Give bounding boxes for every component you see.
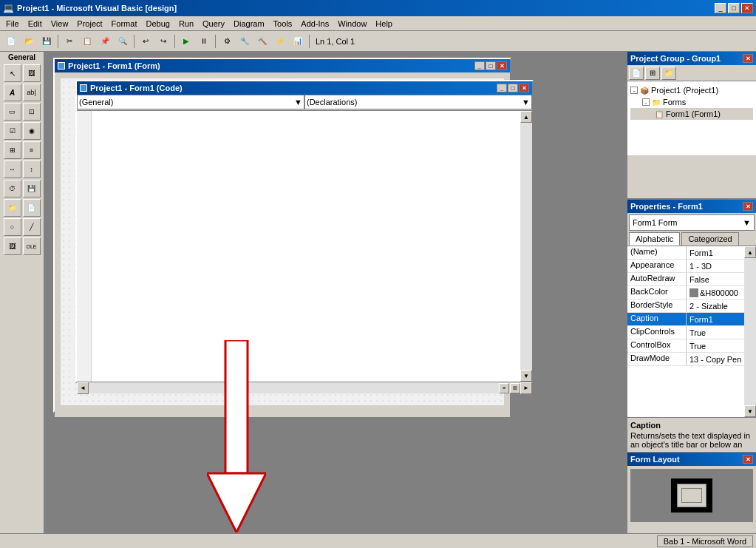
toolbar-tools3[interactable]: 🔨 bbox=[254, 33, 270, 50]
tool-line[interactable]: ╱ bbox=[23, 218, 41, 236]
tool-radio[interactable]: ◉ bbox=[23, 122, 41, 140]
tool-shape[interactable]: ○ bbox=[4, 218, 21, 236]
project-expand[interactable]: - bbox=[630, 87, 638, 94]
toggle-folders-btn[interactable]: 📁 bbox=[661, 67, 676, 80]
scroll-left-btn[interactable]: ◄ bbox=[77, 382, 89, 394]
tree-form1[interactable]: 📋 Form1 (Form1) bbox=[630, 108, 753, 120]
menu-window[interactable]: Window bbox=[333, 18, 371, 30]
tool-timer[interactable]: ⏱ bbox=[4, 180, 21, 197]
tool-ole[interactable]: OLE bbox=[23, 237, 41, 255]
prop-row-autoredraw[interactable]: AutoRedraw False bbox=[627, 273, 744, 286]
code-window-maximize[interactable]: □ bbox=[508, 84, 518, 92]
toolbar-cut[interactable]: ✂ bbox=[61, 33, 78, 50]
code-text[interactable] bbox=[92, 111, 520, 382]
project-group-close[interactable]: ✕ bbox=[743, 54, 753, 63]
view-object-btn[interactable]: ⊞ bbox=[645, 67, 660, 80]
close-button[interactable]: ✕ bbox=[741, 3, 753, 13]
prop-row-drawmode[interactable]: DrawMode 13 - Copy Pen bbox=[627, 353, 744, 366]
form-window-title-text: Project1 - Form1 (Form) bbox=[58, 61, 160, 70]
menu-format[interactable]: Format bbox=[107, 18, 142, 30]
tree-project[interactable]: - 📦 Project1 (Project1) bbox=[630, 84, 753, 96]
prop-value-clipcontrols: True bbox=[687, 326, 744, 339]
form-window-close[interactable]: ✕ bbox=[497, 61, 507, 70]
full-view-btn[interactable]: ⊞ bbox=[510, 383, 520, 393]
toolbar-open[interactable]: 📂 bbox=[21, 33, 37, 50]
scroll-right-btn[interactable]: ► bbox=[520, 382, 532, 394]
tool-combo[interactable]: ⊞ bbox=[4, 141, 21, 159]
tool-frame[interactable]: ▭ bbox=[4, 103, 21, 121]
menu-addins[interactable]: Add-Ins bbox=[296, 18, 333, 30]
menu-diagram[interactable]: Diagram bbox=[229, 18, 269, 30]
tool-filelist[interactable]: 📄 bbox=[23, 199, 41, 217]
toolbar-run[interactable]: ▶ bbox=[178, 33, 194, 50]
menu-help[interactable]: Help bbox=[371, 18, 397, 30]
props-scroll-up[interactable]: ▲ bbox=[744, 246, 756, 258]
prop-row-name[interactable]: (Name) Form1 bbox=[627, 246, 744, 260]
props-scroll-down[interactable]: ▼ bbox=[744, 405, 756, 417]
toolbar-tools1[interactable]: ⚙ bbox=[219, 33, 235, 50]
code-proc-dropdown[interactable]: (Declarations) ▼ bbox=[304, 95, 532, 109]
props-scrollbar[interactable]: ▲ ▼ bbox=[744, 246, 756, 417]
menu-edit[interactable]: Edit bbox=[24, 18, 47, 30]
properties-object-bar[interactable]: Form1 Form ▼ bbox=[629, 214, 755, 231]
tool-label[interactable]: A bbox=[4, 84, 21, 101]
menu-file[interactable]: File bbox=[1, 18, 24, 30]
toolbar-tools2[interactable]: 🔧 bbox=[236, 33, 253, 50]
toolbar-paste[interactable]: 📌 bbox=[97, 33, 113, 50]
tool-image[interactable]: 🖼 bbox=[4, 237, 21, 255]
prop-row-controlbox[interactable]: ControlBox True bbox=[627, 339, 744, 353]
form-window-minimize[interactable]: _ bbox=[474, 61, 485, 70]
hscroll-track[interactable] bbox=[89, 382, 499, 393]
code-object-dropdown[interactable]: (General) ▼ bbox=[77, 95, 304, 109]
toolbar-pause[interactable]: ⏸ bbox=[196, 33, 212, 50]
tool-vscroll[interactable]: ↕ bbox=[23, 160, 41, 178]
view-code-btn[interactable]: 📄 bbox=[629, 67, 644, 80]
minimize-button[interactable]: _ bbox=[715, 3, 726, 13]
code-window-close[interactable]: ✕ bbox=[519, 84, 529, 92]
tool-dirlist[interactable]: 📁 bbox=[4, 199, 21, 217]
menu-tools[interactable]: Tools bbox=[269, 18, 297, 30]
tool-command[interactable]: ⊡ bbox=[23, 103, 41, 121]
prop-row-clipcontrols[interactable]: ClipControls True bbox=[627, 326, 744, 339]
toolbar-tools4[interactable]: ⚡ bbox=[272, 33, 288, 50]
tool-picture[interactable]: 🖼 bbox=[23, 64, 41, 82]
prop-row-caption[interactable]: Caption Form1 bbox=[627, 313, 744, 326]
scroll-track[interactable] bbox=[520, 123, 532, 370]
maximize-button[interactable]: □ bbox=[728, 3, 740, 13]
forms-expand[interactable]: - bbox=[642, 98, 650, 106]
prop-row-borderstyle[interactable]: BorderStyle 2 - Sizable bbox=[627, 300, 744, 313]
scroll-down-btn[interactable]: ▼ bbox=[520, 370, 532, 382]
tool-checkbox[interactable]: ☑ bbox=[4, 122, 21, 140]
menu-debug[interactable]: Debug bbox=[141, 18, 174, 30]
proc-view-btn[interactable]: ≡ bbox=[499, 383, 509, 393]
tool-pointer[interactable]: ↖ bbox=[4, 64, 21, 82]
toolbar-tools5[interactable]: 📊 bbox=[290, 33, 306, 50]
menu-query[interactable]: Query bbox=[198, 18, 229, 30]
tool-drive[interactable]: 💾 bbox=[23, 180, 41, 197]
toolbar-undo[interactable]: ↩ bbox=[137, 33, 154, 50]
toolbar-find[interactable]: 🔍 bbox=[115, 33, 131, 50]
tree-forms[interactable]: - 📁 Forms bbox=[630, 96, 753, 108]
taskbar-word[interactable]: Bab 1 - Microsoft Word bbox=[657, 535, 753, 547]
toolbar-redo[interactable]: ↪ bbox=[155, 33, 171, 50]
form-window-maximize[interactable]: □ bbox=[486, 61, 496, 70]
prop-name-drawmode: DrawMode bbox=[627, 353, 687, 365]
prop-row-backcolor[interactable]: BackColor &H800000 bbox=[627, 286, 744, 300]
tab-categorized[interactable]: Categorized bbox=[681, 232, 738, 246]
menu-run[interactable]: Run bbox=[174, 18, 198, 30]
tab-alphabetic[interactable]: Alphabetic bbox=[629, 232, 680, 246]
prop-row-appearance[interactable]: Appearance 1 - 3D bbox=[627, 260, 744, 273]
tool-hscroll[interactable]: ↔ bbox=[4, 160, 21, 178]
scroll-up-btn[interactable]: ▲ bbox=[520, 111, 532, 123]
props-scroll-track[interactable] bbox=[744, 258, 756, 405]
code-window-minimize[interactable]: _ bbox=[497, 84, 507, 92]
menu-project[interactable]: Project bbox=[72, 18, 106, 30]
menu-view[interactable]: View bbox=[47, 18, 73, 30]
tool-textbox[interactable]: ab| bbox=[23, 84, 41, 101]
toolbar-copy[interactable]: 📋 bbox=[79, 33, 95, 50]
properties-close[interactable]: ✕ bbox=[743, 202, 753, 211]
tool-list[interactable]: ≡ bbox=[23, 141, 41, 159]
toolbar-save[interactable]: 💾 bbox=[38, 33, 55, 50]
form-layout-close[interactable]: ✕ bbox=[743, 455, 753, 464]
toolbar-new[interactable]: 📄 bbox=[3, 33, 19, 50]
